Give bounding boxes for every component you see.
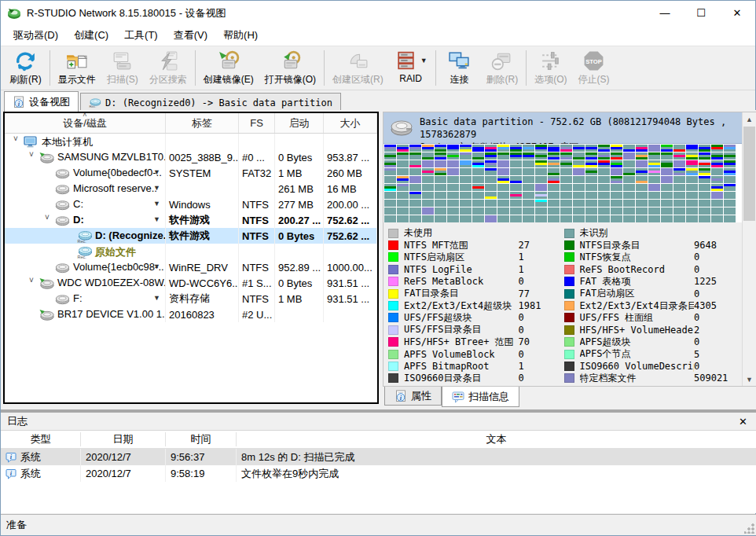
toolbar-button-10[interactable]: 选项(O) xyxy=(529,46,572,90)
row-dropdown-icon[interactable]: ▼ xyxy=(153,294,160,302)
maximize-button[interactable]: ☐ xyxy=(683,1,719,25)
log-close-icon[interactable]: ✕ xyxy=(736,416,750,428)
map-block xyxy=(523,160,534,167)
minimize-button[interactable]: — xyxy=(647,1,683,25)
device-column-header-4[interactable]: 大小 xyxy=(324,113,377,133)
log-cell-text: 系统 xyxy=(20,450,41,464)
map-block xyxy=(447,207,459,215)
scrollbar-vertical[interactable]: ▲ ▼ xyxy=(742,112,756,386)
map-block xyxy=(447,215,459,222)
row-dropdown-icon[interactable]: ▼ xyxy=(153,262,160,270)
legend-count: 9648 xyxy=(694,240,739,251)
toolbar-button-1[interactable]: 显示文件 xyxy=(53,46,101,90)
log-column-header-1[interactable]: 日期 xyxy=(81,432,166,446)
map-block xyxy=(560,160,572,167)
log-row-1[interactable]: i系统2020/12/79:58:19文件枚举在9秒内完成 xyxy=(1,465,756,482)
legend-count: 5 xyxy=(694,349,739,360)
device-column-header-0[interactable]: 设备/磁盘˄ xyxy=(5,113,166,133)
toolbar-button-4[interactable]: 创建镜像(E) xyxy=(198,46,259,90)
legend-color-swatch xyxy=(564,277,574,286)
bottom-tab-0[interactable]: i属性 xyxy=(384,387,442,406)
expand-chevron-icon[interactable]: ˅ xyxy=(27,150,36,159)
log-row-0[interactable]: i系统2020/12/79:56:378m 12s 的 D: 扫描已完成 xyxy=(1,449,756,465)
device-row-1[interactable]: ˅SAMSUNG MZVLB1T0...0025_388B_9...#0 ...… xyxy=(5,149,377,165)
device-row-5[interactable]: ˅D:▼软件游戏NTFS200.27 ...752.62 ... xyxy=(5,212,377,228)
device-column-header-1[interactable]: 标签 xyxy=(166,113,239,133)
device-column-header-3[interactable]: 启动 xyxy=(275,113,324,133)
scroll-down-icon[interactable]: ▼ xyxy=(743,373,756,386)
scroll-up-icon[interactable]: ▲ xyxy=(743,112,756,126)
toolbar-button-label: 创建镜像(E) xyxy=(204,73,254,86)
map-block xyxy=(711,145,723,152)
toolbar-button-7[interactable]: ▼RAID xyxy=(389,46,433,90)
toolbar-button-8[interactable]: 连接 xyxy=(439,46,481,90)
log-column-header-0[interactable]: 类型 xyxy=(1,432,81,446)
legend-label: ISO9660目录条目 xyxy=(404,372,519,385)
row-dropdown-icon[interactable]: ▼ xyxy=(153,215,160,223)
scan-block-map xyxy=(384,144,743,222)
toolbar-button-2[interactable]: 扫描(S) xyxy=(101,46,144,90)
scroll-thumb[interactable] xyxy=(743,127,755,221)
legend-label: APFS BitmapRoot xyxy=(404,361,519,372)
view-tab-bar: i设备视图Rec.D: (Recognized0) -> Basic data … xyxy=(1,90,755,112)
legend-count: 4305 xyxy=(694,300,739,311)
legend-label: APFS个节点 xyxy=(580,347,695,361)
device-column-header-2[interactable]: FS xyxy=(239,113,275,133)
view-tab-1[interactable]: Rec.D: (Recognized0) -> Basic data parti… xyxy=(80,93,341,112)
toolbar-button-5[interactable]: 打开镜像(O) xyxy=(259,46,321,90)
row-dropdown-icon[interactable]: ▼ xyxy=(153,168,160,176)
device-row-11[interactable]: BR17 DEVICE V1.00 1....20160823#2 U... xyxy=(5,307,377,322)
dropdown-arrow-icon[interactable]: ▼ xyxy=(420,57,428,64)
menu-item-3[interactable]: 查看(V) xyxy=(166,26,215,45)
device-row-9[interactable]: ˅WDC WD10EZEX-08W...WD-WCC6Y6...#1 S...0… xyxy=(5,275,377,291)
toolbar-button-3[interactable]: 分区搜索 xyxy=(144,46,193,90)
map-block xyxy=(699,192,710,199)
expand-chevron-icon[interactable]: ˅ xyxy=(27,276,36,285)
menu-item-2[interactable]: 工具(T) xyxy=(116,26,166,45)
device-row-2[interactable]: Volume{0bedecf0-..▼SYSTEMFAT321 MB260 MB xyxy=(5,165,377,181)
scan-icon xyxy=(111,49,134,72)
scan-info-icon xyxy=(452,391,464,403)
view-tab-0[interactable]: i设备视图 xyxy=(4,91,79,112)
svg-text:STOP: STOP xyxy=(585,57,602,64)
device-row-6[interactable]: Rec.D: (Recognize...软件游戏NTFS0 Bytes752.6… xyxy=(5,228,377,244)
toolbar-button-9[interactable]: 删除(R) xyxy=(481,46,524,90)
device-row-0[interactable]: ˅本地计算机 xyxy=(5,134,377,149)
show-files-icon xyxy=(65,49,89,72)
device-row-3[interactable]: Microsoft reserve..▼261 MB16 MB xyxy=(5,181,377,196)
map-block xyxy=(661,176,673,183)
partition-info-line1: Basic data partition - 752.62 GB (808121… xyxy=(420,116,738,141)
map-block xyxy=(673,207,685,215)
bottom-tab-1[interactable]: 扫描信息 xyxy=(442,387,519,407)
legend-color-swatch xyxy=(564,229,574,238)
toolbar-button-6[interactable]: 创建区域(R) xyxy=(327,46,389,90)
toolbar-button-0[interactable]: 刷新(R) xyxy=(4,46,47,90)
close-button[interactable]: ✕ xyxy=(719,1,755,25)
menu-item-1[interactable]: 创建(C) xyxy=(66,26,116,45)
legend-label: 特定档案文件 xyxy=(580,372,695,385)
map-block xyxy=(686,176,698,183)
device-row-4[interactable]: C:▼WindowsNTFS277 MB200.00 ... xyxy=(5,196,377,212)
log-column-header-3[interactable]: 文本 xyxy=(237,432,756,446)
legend-count: 0 xyxy=(694,336,739,347)
row-dropdown-icon[interactable]: ▼ xyxy=(153,184,160,192)
device-cell-label xyxy=(166,134,239,149)
toolbar-button-11[interactable]: STOP停止(S) xyxy=(573,46,615,90)
map-block xyxy=(598,200,610,207)
expand-chevron-icon[interactable]: ˅ xyxy=(11,134,20,143)
device-row-8[interactable]: Volume{1ecb0c98-..▼WinRE_DRVNTFS952.89 .… xyxy=(5,259,377,275)
resize-grip[interactable] xyxy=(744,523,755,534)
row-dropdown-icon[interactable]: ▼ xyxy=(153,200,160,207)
map-block xyxy=(585,184,597,191)
log-column-header-2[interactable]: 时间 xyxy=(166,432,237,446)
device-row-7[interactable]: Rec.原始文件 xyxy=(5,244,377,259)
menu-item-0[interactable]: 驱动器(D) xyxy=(6,26,66,45)
legend-count: 0 xyxy=(519,325,564,336)
legend-item-left-4: ReFS MetaBlock0 xyxy=(388,276,564,288)
device-row-10[interactable]: F:▼资料存储NTFS1 MB931.51 ... xyxy=(5,291,377,307)
expand-chevron-icon[interactable]: ˅ xyxy=(42,213,52,222)
hdd-icon xyxy=(39,152,54,163)
map-block xyxy=(636,207,648,215)
map-block xyxy=(422,207,434,215)
menu-item-4[interactable]: 帮助(H) xyxy=(215,26,266,45)
